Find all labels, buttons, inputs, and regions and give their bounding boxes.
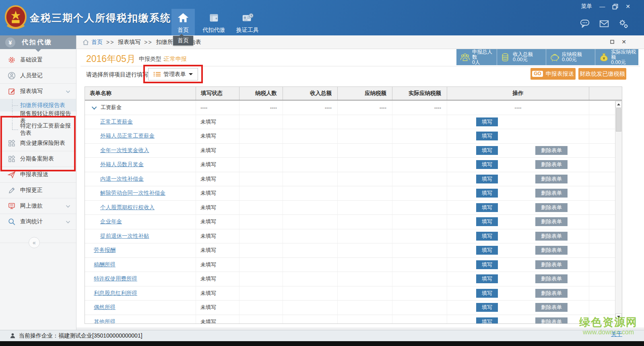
fill-button[interactable]: 填写 bbox=[476, 232, 498, 241]
fill-button[interactable]: 填写 bbox=[476, 260, 498, 269]
delete-form-button[interactable]: 删除表单 bbox=[535, 146, 568, 155]
content-panel: 2016年05月 申报类型： 正常申报 申报总人数 0人 bbox=[76, 49, 644, 327]
submit-declaration-button[interactable]: GO 申报表报送 bbox=[530, 68, 576, 80]
fill-button[interactable]: 填写 bbox=[476, 203, 498, 212]
table-row: 偶然所得未填写填写删除表单 bbox=[85, 301, 622, 315]
manage-forms-button[interactable]: 管理表单 bbox=[148, 68, 198, 80]
cell-taxpayer-count bbox=[239, 229, 283, 244]
restore-icon[interactable] bbox=[612, 4, 618, 10]
fill-button[interactable]: 填写 bbox=[476, 274, 498, 283]
scroll-down-icon[interactable] bbox=[615, 313, 622, 320]
sidebar-item-query-statistics[interactable]: 查询统计 bbox=[0, 214, 76, 230]
nav-cert-tool-label: 换证工具 bbox=[236, 27, 259, 34]
minimize-icon[interactable]: — bbox=[599, 3, 605, 10]
table-row: 正常工资薪金未填写填写 bbox=[85, 115, 622, 130]
delete-form-button[interactable]: 删除表单 bbox=[535, 260, 568, 269]
sidebar-subitem-special-industry-report[interactable]: 特定行业工资薪金报告表 bbox=[0, 124, 76, 136]
form-link[interactable]: 个人股票期权行权收入 bbox=[100, 204, 155, 211]
panel-maximize-icon[interactable] bbox=[610, 39, 615, 44]
breadcrumb-separator: >> bbox=[106, 39, 114, 45]
fill-button[interactable]: 填写 bbox=[476, 117, 498, 126]
sidebar-item-personnel[interactable]: 人员登记 bbox=[0, 68, 76, 84]
menu-button[interactable]: 菜单 bbox=[581, 3, 592, 10]
sidebar-item-health-insurance[interactable]: 商业健康保险附表 bbox=[0, 136, 76, 151]
cell-actual-tax bbox=[392, 243, 447, 258]
fill-button[interactable]: 填写 bbox=[476, 146, 498, 155]
panel-close-icon[interactable]: ✕ bbox=[621, 39, 626, 44]
sidebar-item-declaration-correction[interactable]: 申报更正 bbox=[0, 183, 76, 198]
form-link[interactable]: 劳务报酬 bbox=[94, 247, 116, 254]
sidebar-item-report-submission[interactable]: 申报表报送 bbox=[0, 167, 76, 183]
fill-button[interactable]: 填写 bbox=[476, 289, 498, 298]
fill-button[interactable]: 填写 bbox=[476, 303, 498, 312]
cell-actual-tax: ---- bbox=[392, 101, 447, 115]
cell-actual-tax bbox=[392, 129, 447, 144]
fill-button[interactable]: 填写 bbox=[476, 132, 498, 140]
sidebar-collapse-button[interactable]: « bbox=[29, 237, 40, 248]
coins-icon bbox=[500, 52, 511, 63]
form-link[interactable]: 特许权使用费所得 bbox=[94, 275, 137, 282]
collapse-group-icon[interactable] bbox=[92, 104, 97, 109]
cell-form-name: 外籍人员数月奖金 bbox=[85, 158, 196, 172]
delete-form-button[interactable]: 删除表单 bbox=[535, 175, 568, 183]
delete-form-button[interactable]: 删除表单 bbox=[535, 317, 568, 324]
delete-form-button[interactable]: 删除表单 bbox=[535, 246, 568, 255]
form-link[interactable]: 偶然所得 bbox=[94, 304, 116, 311]
delete-form-button[interactable]: 删除表单 bbox=[535, 232, 568, 241]
cell-taxpayer-count bbox=[239, 129, 283, 144]
cell-form-name: 提前退休一次性补贴 bbox=[85, 229, 196, 244]
close-icon[interactable]: ✕ bbox=[625, 3, 630, 10]
cell-actions: 填写删除表单 bbox=[447, 243, 589, 258]
delete-form-button[interactable]: 删除表单 bbox=[535, 274, 568, 283]
scroll-up-icon[interactable] bbox=[615, 101, 622, 108]
fill-button[interactable]: 填写 bbox=[476, 246, 498, 255]
fill-button[interactable]: 填写 bbox=[476, 189, 498, 198]
declaration-type-label: 申报类型： bbox=[139, 56, 167, 63]
chat-icon[interactable] bbox=[580, 19, 590, 29]
delete-form-button[interactable]: 删除表单 bbox=[535, 189, 568, 198]
form-link[interactable]: 其他所得 bbox=[94, 318, 116, 324]
about-link[interactable]: 关于 bbox=[611, 331, 622, 338]
table-scrollbar[interactable] bbox=[615, 101, 622, 320]
form-link[interactable]: 内退一次性补偿金 bbox=[100, 175, 144, 183]
gear-icon[interactable] bbox=[618, 19, 629, 29]
cell-actions: 填写删除表单 bbox=[447, 286, 589, 301]
fill-button[interactable]: 填写 bbox=[476, 217, 498, 226]
delete-form-button[interactable]: 删除表单 bbox=[535, 289, 568, 298]
form-link[interactable]: 外籍人员数月奖金 bbox=[100, 161, 144, 168]
form-link[interactable]: 正常工资薪金 bbox=[100, 118, 133, 126]
sidebar-item-basic-settings[interactable]: 基础设置 bbox=[0, 52, 76, 68]
nav-cert-tool[interactable]: 换证工具 bbox=[233, 9, 262, 35]
scrollbar-thumb[interactable] bbox=[616, 108, 621, 132]
form-link[interactable]: 企业年金 bbox=[100, 218, 122, 225]
sidebar-item-installment-filing[interactable]: 分期备案附表 bbox=[0, 151, 76, 167]
sidebar-subitem-withholding-tax-report[interactable]: 扣缴所得税报告表 bbox=[0, 99, 76, 111]
form-link[interactable]: 提前退休一次性补贴 bbox=[100, 233, 149, 240]
sidebar: ¥ 代扣代缴 基础设置 人员登记 bbox=[0, 35, 76, 341]
nav-withholding[interactable]: 代扣代缴 bbox=[199, 9, 229, 35]
fill-button[interactable]: 填写 bbox=[476, 175, 498, 183]
delete-form-button[interactable]: 删除表单 bbox=[535, 203, 568, 212]
delete-form-button[interactable]: 删除表单 bbox=[535, 303, 568, 312]
form-link[interactable]: 全年一次性奖金收入 bbox=[100, 147, 149, 154]
form-link[interactable]: 利息股息红利所得 bbox=[94, 290, 137, 297]
col-empty bbox=[589, 87, 622, 100]
breadcrumb-home-link[interactable]: 首页 bbox=[91, 39, 103, 46]
cell-actions: 填写删除表单 bbox=[447, 301, 589, 315]
form-link[interactable]: 稿酬所得 bbox=[94, 261, 116, 268]
cell-fill-status: 未填写 bbox=[196, 272, 239, 286]
cell-actual-tax bbox=[392, 258, 447, 272]
delete-form-button[interactable]: 删除表单 bbox=[535, 160, 568, 169]
fill-button[interactable]: 填写 bbox=[476, 160, 498, 169]
form-link[interactable]: 解除劳动合同一次性补偿金 bbox=[100, 189, 165, 197]
window-controls: 菜单 — ✕ bbox=[581, 3, 630, 10]
sidebar-item-form-filling[interactable]: 报表填写 bbox=[0, 84, 76, 99]
sidebar-item-online-payment[interactable]: 网上缴款 bbox=[0, 198, 76, 214]
sidebar-subitem-restricted-stock-report[interactable]: 限售股转让所得报告表 bbox=[0, 111, 76, 124]
mail-icon[interactable] bbox=[599, 19, 609, 29]
form-link[interactable]: 外籍人员正常工资薪金 bbox=[100, 132, 155, 140]
fiscal-paid-tax-button[interactable]: 财政统发已缴税额 bbox=[578, 68, 626, 80]
home-tooltip: 首页 bbox=[173, 36, 193, 45]
delete-form-button[interactable]: 删除表单 bbox=[535, 217, 568, 226]
fill-button[interactable]: 填写 bbox=[476, 317, 498, 324]
